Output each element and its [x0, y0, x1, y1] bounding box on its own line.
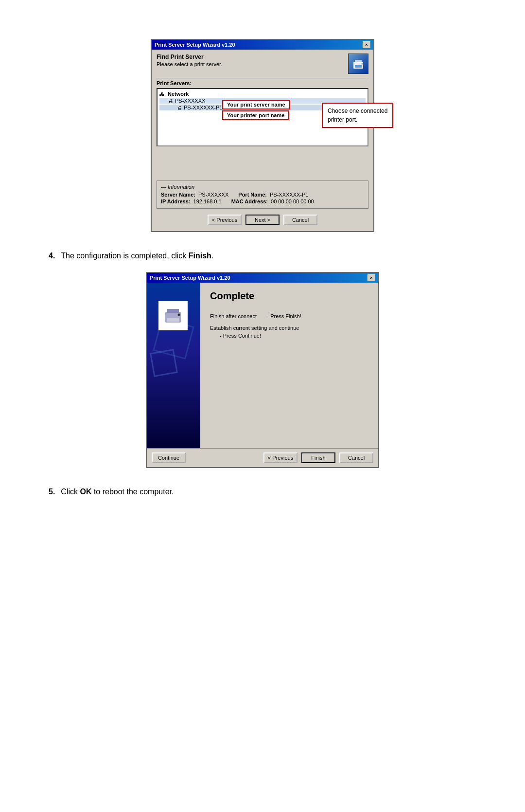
finish-after-label: Finish after connect — [210, 313, 257, 319]
ip-cell: IP Address: 192.168.0.1 — [161, 198, 222, 204]
dialog1: Print Server Setup Wizard v1.20 × Find P… — [151, 39, 374, 232]
next-button-1[interactable]: Next > — [245, 215, 280, 225]
dialog2-sidebar — [147, 283, 200, 448]
dialog1-printer-icon — [348, 54, 368, 74]
dialog2-wrapper: Print Server Setup Wizard v1.20 × — [49, 272, 476, 468]
dialog1-subtext: Please select a print server. — [157, 61, 222, 67]
step4-sentence: The configuration is completed, click Fi… — [61, 252, 213, 260]
establish-label: Establish current setting and continue — [210, 325, 299, 331]
printer-icon-svg — [350, 56, 366, 72]
step4-bold: Finish — [189, 252, 211, 260]
tree-port-name: PS-XXXXXX-P1 — [184, 105, 222, 110]
svg-rect-1 — [355, 60, 362, 63]
establish-value: - Press Continue! — [220, 333, 261, 339]
callout-box: Choose one connectedprinter port. — [322, 103, 393, 128]
establish-label-row: Establish current setting and continue — [210, 325, 368, 331]
sidebar-deco2 — [150, 349, 178, 377]
server-name-cell: Server Name: PS-XXXXXX — [161, 192, 228, 198]
mac-cell: MAC Address: 00 00 00 00 00 00 — [231, 198, 314, 204]
spacer — [190, 452, 260, 463]
print-servers-label: Print Servers: — [157, 78, 368, 86]
establish-value-row: - Press Continue! — [220, 333, 368, 339]
port-name-label: Port Name: — [238, 192, 267, 198]
step4-number: 4. — [49, 252, 55, 260]
dialog2-main: Complete Finish after connect - Press Fi… — [200, 283, 378, 448]
svg-rect-6 — [167, 318, 179, 322]
tree-network: 🖧 Network — [159, 91, 366, 97]
port-name-annotation: Your printer port name — [222, 110, 289, 120]
port-name-cell: Port Name: PS-XXXXXX-P1 — [238, 192, 308, 198]
tree-server-name: PS-XXXXXX — [175, 98, 205, 104]
dialog1-close-button[interactable]: × — [363, 41, 370, 48]
mac-label: MAC Address: — [231, 198, 268, 204]
ip-label: IP Address: — [161, 198, 191, 204]
sidebar-printer-icon — [158, 301, 188, 330]
step5-text: 5. Click OK to reboot the computer. — [49, 487, 476, 496]
callout-text: Choose one connectedprinter port. — [328, 108, 387, 123]
previous-button-2[interactable]: < Previous — [263, 452, 298, 463]
step5-sentence: Click OK to reboot the computer. — [61, 487, 174, 496]
dialog1-wrapper: Print Server Setup Wizard v1.20 × Find P… — [49, 39, 476, 232]
dialog1-heading: Find Print Server — [157, 54, 222, 60]
complete-title: Complete — [210, 290, 368, 302]
dialog1-header: Find Print Server Please select a print … — [157, 54, 368, 74]
dialog2-body: Complete Finish after connect - Press Fi… — [147, 283, 378, 448]
finish-after-value: - Press Finish! — [267, 313, 301, 319]
step4-after: . — [211, 252, 213, 260]
dialog1-title: Print Server Setup Wizard v1.20 — [155, 42, 235, 48]
dialog1-titlebar: Print Server Setup Wizard v1.20 × — [152, 40, 373, 50]
step5-before: Click — [61, 487, 80, 496]
titlebar-buttons: × — [363, 41, 370, 48]
finish-after-row: Finish after connect - Press Finish! — [210, 313, 368, 319]
dialog1-buttons: < Previous Next > Cancel — [157, 213, 368, 227]
sidebar-printer-svg — [161, 304, 185, 327]
cancel-button-1[interactable]: Cancel — [283, 215, 317, 225]
dialog2: Print Server Setup Wizard v1.20 × — [146, 272, 379, 468]
dialog2-titlebar-buttons: × — [368, 274, 375, 281]
sidebar-inner — [147, 292, 200, 448]
dialog2-buttons: Continue < Previous Finish Cancel — [147, 448, 378, 467]
info-section: — Information Server Name: PS-XXXXXX Por… — [157, 180, 368, 209]
page-content: Print Server Setup Wizard v1.20 × Find P… — [0, 0, 525, 535]
step5-after: to reboot the computer. — [91, 487, 174, 496]
step5-bold: OK — [80, 487, 91, 496]
step4-before: The configuration is completed, click — [61, 252, 188, 260]
dialog2-title: Print Server Setup Wizard v1.20 — [150, 275, 230, 281]
tree-wrapper: 🖧 Network 🖨 PS-XXXXXX 🖨 PS-XXXXXX-P1 — [157, 88, 368, 146]
step4-text: 4. The configuration is completed, click… — [49, 252, 476, 260]
svg-rect-5 — [167, 309, 179, 313]
finish-button[interactable]: Finish — [301, 452, 335, 463]
svg-point-3 — [362, 63, 363, 65]
previous-button-1[interactable]: < Previous — [208, 215, 242, 225]
step5-number: 5. — [49, 487, 55, 496]
dialog2-close-button[interactable]: × — [368, 274, 375, 281]
server-name-value: PS-XXXXXX — [198, 192, 228, 198]
dialog2-titlebar: Print Server Setup Wizard v1.20 × — [147, 273, 378, 283]
server-name-label: Server Name: — [161, 192, 195, 198]
server-name-annotation: Your print server name — [222, 100, 290, 109]
continue-button[interactable]: Continue — [152, 452, 186, 463]
mac-value: 00 00 00 00 00 00 — [271, 198, 314, 204]
svg-rect-2 — [355, 65, 362, 68]
info-row1: Server Name: PS-XXXXXX Port Name: PS-XXX… — [161, 192, 364, 198]
info-label: — Information — [161, 184, 364, 190]
ip-value: 192.168.0.1 — [193, 198, 222, 204]
info-row2: IP Address: 192.168.0.1 MAC Address: 00 … — [161, 198, 364, 204]
svg-point-7 — [178, 314, 180, 316]
dialog1-header-text: Find Print Server Please select a print … — [157, 54, 222, 67]
dialog1-body: Find Print Server Please select a print … — [152, 50, 373, 231]
cancel-button-2[interactable]: Cancel — [339, 452, 373, 463]
port-name-value: PS-XXXXXX-P1 — [270, 192, 308, 198]
